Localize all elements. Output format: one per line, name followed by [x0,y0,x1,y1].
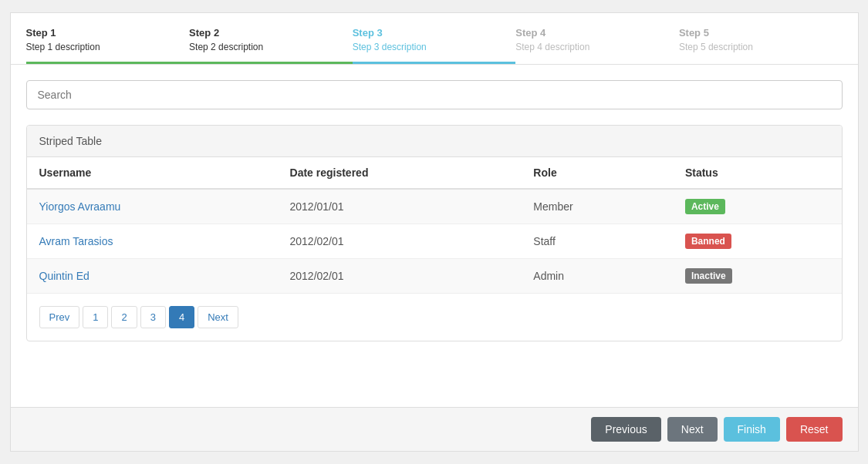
page-4-button[interactable]: 4 [169,306,194,328]
status-cell: Inactive [673,259,842,294]
table-row: Quintin Ed 2012/02/01 Admin Inactive [27,259,842,294]
step-title: Step 1 [26,27,190,39]
step-title: Step 5 [679,27,843,39]
username-cell[interactable]: Quintin Ed [27,259,278,294]
col-header: Role [521,157,673,189]
step-desc: Step 1 description [26,42,190,52]
step-desc: Step 3 description [353,42,516,52]
table-row: Avram Tarasios 2012/02/01 Staff Banned [27,224,842,259]
col-header: Date registered [278,157,522,189]
role-cell: Admin [521,259,673,294]
table-card: Striped Table UsernameDate registeredRol… [26,125,843,341]
status-cell: Banned [673,224,842,259]
status-badge: Inactive [685,268,732,284]
search-input[interactable] [26,80,843,109]
step-step4: Step 4 Step 4 description [515,27,679,64]
table-title: Striped Table [27,126,842,157]
step-title: Step 2 [189,27,353,39]
page-prev-button[interactable]: Prev [39,306,80,328]
step-step2: Step 2 Step 2 description [189,27,353,64]
page-1-button[interactable]: 1 [83,306,108,328]
page-2-button[interactable]: 2 [111,306,137,328]
main-container: Step 1 Step 1 description Step 2 Step 2 … [10,12,859,452]
date-cell: 2012/02/01 [278,259,522,294]
col-header: Username [27,157,278,189]
step-step1: Step 1 Step 1 description [26,27,190,64]
username-cell[interactable]: Yiorgos Avraamu [27,189,278,224]
footer-next-button[interactable]: Next [667,417,718,442]
stepper: Step 1 Step 1 description Step 2 Step 2 … [11,13,858,65]
footer-bar: Previous Next Finish Reset [11,407,858,451]
status-cell: Active [673,189,842,224]
date-cell: 2012/01/01 [278,189,522,224]
data-table: UsernameDate registeredRoleStatus Yiorgo… [27,157,842,294]
status-badge: Banned [685,234,731,249]
table-row: Yiorgos Avraamu 2012/01/01 Member Active [27,189,842,224]
page-3-button[interactable]: 3 [140,306,166,328]
previous-button[interactable]: Previous [591,417,660,442]
finish-button[interactable]: Finish [724,417,780,442]
step-desc: Step 2 description [189,42,353,52]
status-badge: Active [685,199,725,214]
step-desc: Step 5 description [679,42,843,52]
step-step3: Step 3 Step 3 description [353,27,516,64]
step-step5: Step 5 Step 5 description [679,27,843,64]
step-title: Step 3 [353,27,516,39]
pagination: Prev1234Next [27,294,842,341]
role-cell: Staff [521,224,673,259]
step-desc: Step 4 description [515,42,679,52]
role-cell: Member [521,189,673,224]
col-header: Status [673,157,842,189]
username-cell[interactable]: Avram Tarasios [27,224,278,259]
content-area: Striped Table UsernameDate registeredRol… [11,65,858,407]
reset-button[interactable]: Reset [786,417,843,442]
step-title: Step 4 [515,27,679,39]
page-next-button[interactable]: Next [198,306,238,328]
date-cell: 2012/02/01 [278,224,522,259]
